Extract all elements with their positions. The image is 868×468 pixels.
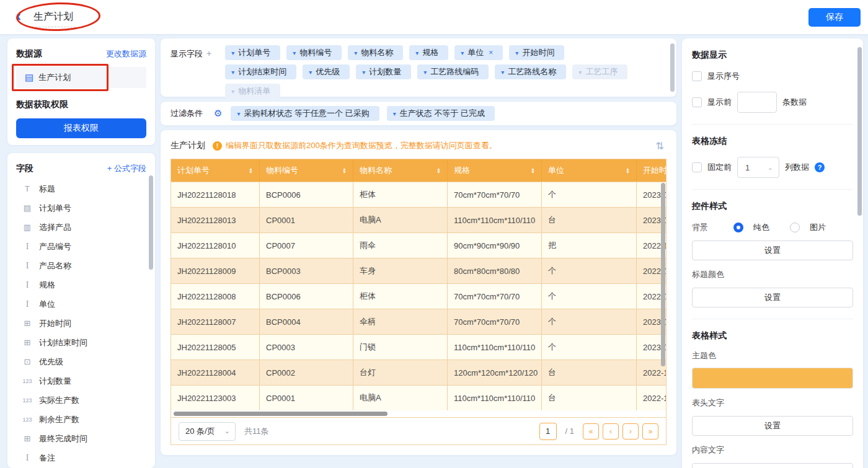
table-row[interactable]: JH20221128010CP0007雨伞90cm*90cm*90/90把202… [171, 232, 666, 258]
content-text-label: 内容文字 [692, 444, 853, 456]
add-display-field-icon[interactable]: + [206, 48, 211, 58]
sort-icons[interactable]: ▲▼ [342, 167, 347, 174]
display-field-tag[interactable]: ▾规格 [409, 45, 448, 60]
sort-icons[interactable]: ▲▼ [249, 167, 253, 174]
table-row[interactable]: JH20221128008BCP0006柜体70cm*70cm*70/70个20… [171, 283, 666, 309]
sort-icons[interactable]: ▲▼ [626, 167, 630, 174]
theme-color-swatch[interactable] [692, 368, 853, 389]
display-field-tag[interactable]: ▾工艺工序 [572, 64, 627, 79]
fix-columns-select[interactable]: 1 ⌄ [737, 157, 779, 178]
table-row[interactable]: JH20221128013CP0001电脑A110cm*110cm*110/11… [171, 207, 666, 232]
table-row[interactable]: JH20221128009BCP0003车身80cm*80cm*80/80个20… [171, 258, 666, 283]
display-field-tag[interactable]: ▾优先级 [303, 64, 350, 79]
report-permission-button[interactable]: 报表权限 [16, 118, 146, 138]
show-first-checkbox[interactable] [692, 97, 702, 107]
add-formula-field-link[interactable]: + 公式字段 [107, 163, 146, 174]
field-item[interactable]: 123剩余生产数 [16, 410, 146, 429]
last-page-button[interactable]: » [642, 423, 658, 439]
column-header[interactable]: 计划单号▲▼ [171, 159, 260, 182]
field-item[interactable]: ⊡优先级 [16, 352, 146, 371]
field-item[interactable]: I产品名称 [16, 256, 146, 275]
table-row[interactable]: JH20221123003CP0001电脑A110cm*110cm*110/11… [171, 385, 666, 410]
header-text-set-button[interactable]: 设置 [692, 416, 853, 436]
field-item[interactable]: I备注 [16, 448, 146, 467]
page-number-input[interactable]: 1 [539, 423, 557, 440]
close-icon[interactable]: × [489, 48, 493, 57]
datasource-item[interactable]: ▤ 生产计划 [16, 67, 146, 88]
sort-toggle-icon[interactable]: ⇅ [653, 140, 666, 152]
table-row[interactable]: JH20221128005CP0003门锁110cm*110cm*110/110… [171, 334, 666, 360]
tag-label: 计划单号 [238, 47, 270, 58]
show-index-checkbox[interactable] [692, 71, 702, 81]
display-field-tag[interactable]: ▾计划结束时间 [225, 64, 296, 79]
field-item[interactable]: ⊞计划结束时间 [16, 333, 146, 352]
table-row[interactable]: JH20221128018BCP0006柜体70cm*70cm*70/70个20… [171, 182, 666, 207]
caret-down-icon: ▾ [237, 110, 240, 117]
first-page-button[interactable]: « [583, 423, 599, 439]
back-icon[interactable]: ‹ [16, 9, 21, 24]
table-cell: JH20221128009 [171, 258, 260, 283]
image-radio[interactable] [790, 223, 800, 232]
pagination-buttons: «‹›» [583, 423, 658, 439]
column-header[interactable]: 物料编号▲▼ [260, 159, 353, 182]
display-field-tag[interactable]: ▾工艺路线名称 [495, 64, 566, 79]
gear-icon[interactable]: ⚙ [214, 108, 222, 119]
column-header[interactable]: 开始时间▲▼ [637, 159, 666, 182]
field-item[interactable]: ▥选择产品 [16, 218, 146, 237]
table-cell: 个 [542, 283, 637, 309]
field-item[interactable]: I产品编号 [16, 237, 146, 256]
table-vertical-scrollbar[interactable] [661, 183, 665, 366]
filter-condition-tag[interactable]: ▾生产状态 不等于 已完成 [387, 106, 495, 121]
solid-color-radio[interactable] [733, 223, 743, 232]
table-scroll-area: 计划单号▲▼物料编号▲▼物料名称▲▼规格▲▼单位▲▼开始时间▲▼ JH20221… [171, 159, 666, 410]
field-item[interactable]: I规格 [16, 275, 146, 294]
sort-icons[interactable]: ▲▼ [436, 167, 441, 174]
display-field-tag[interactable]: ▾物料清单 [225, 84, 280, 99]
field-item[interactable]: I单位 [16, 294, 146, 314]
display-field-tag[interactable]: ▾开始时间 [509, 45, 564, 60]
page-size-select[interactable]: 20 条/页 ⌄ [179, 422, 236, 441]
display-field-tag[interactable]: ▾计划单号 [225, 45, 280, 60]
display-field-tag[interactable]: ▾计划数量 [356, 64, 411, 79]
filter-condition-tag[interactable]: ▾采购耗材状态 等于任意一个 已采购 [231, 106, 379, 121]
table-row[interactable]: JH20221128004CP0002台灯120cm*120cm*120/120… [171, 360, 666, 385]
table-notice-text: 编辑界面只取数据源前200条作为查询数据预览，完整数据请访问页面查看。 [226, 140, 497, 151]
field-item-label: 规格 [39, 280, 55, 291]
content-text-set-button[interactable]: 设置 [692, 463, 853, 468]
left-sidebar: 数据源 更改数据源 ▤ 生产计划 数据获取权限 报表权限 字段 + 公式字段 T… [7, 38, 155, 468]
settings-scrollbar[interactable] [857, 47, 862, 216]
prev-page-button[interactable]: ‹ [603, 423, 619, 439]
background-set-button[interactable]: 设置 [692, 241, 853, 260]
field-item[interactable]: ⊞开始时间 [16, 314, 146, 333]
field-item[interactable]: ▤计划单号 [16, 198, 146, 218]
center-column: 显示字段+ ▾计划单号▾物料编号▾物料名称▾规格▾单位×▾开始时间▾计划结束时间… [161, 38, 676, 468]
display-field-tag[interactable]: ▾物料编号 [286, 45, 342, 60]
show-first-count-input[interactable] [737, 92, 777, 113]
display-fields-scrollbar[interactable] [670, 43, 675, 92]
fields-panel: 字段 + 公式字段 T标题▤计划单号▥选择产品I产品编号I产品名称I规格I单位⊞… [7, 153, 155, 468]
field-item[interactable]: T标题 [16, 179, 146, 198]
column-header[interactable]: 单位▲▼ [542, 159, 637, 182]
sort-icons[interactable]: ▲▼ [531, 167, 535, 174]
display-field-tag[interactable]: ▾物料名称 [348, 45, 403, 60]
display-field-tag[interactable]: ▾工艺路线编码 [417, 64, 489, 79]
field-item[interactable]: 123计划数量 [16, 371, 146, 391]
change-datasource-link[interactable]: 更改数据源 [106, 48, 146, 60]
table-row[interactable]: JH20221128007BCP0004伞柄70cm*70cm*70/70个20… [171, 309, 666, 334]
table-panel: 生产计划 ! 编辑界面只取数据源前200条作为查询数据预览，完整数据请访问页面查… [161, 130, 676, 455]
title-color-set-button[interactable]: 设置 [692, 288, 853, 307]
field-item-label: 计划结束时间 [39, 337, 87, 348]
right-sidebar: 数据显示 显示序号 显示前 条数据 表格冻结 固定前 1 ⌄ 列数据 [682, 38, 863, 468]
fields-scrollbar[interactable] [149, 175, 153, 270]
save-button[interactable]: 保存 [808, 8, 861, 27]
table-cell: 个 [542, 182, 637, 207]
next-page-button[interactable]: › [622, 423, 639, 439]
column-header[interactable]: 规格▲▼ [448, 159, 542, 182]
fix-columns-checkbox[interactable] [692, 162, 702, 172]
field-item[interactable]: 123实际生产数 [16, 391, 146, 410]
table-horizontal-scrollbar[interactable] [174, 412, 388, 416]
help-icon[interactable]: ? [815, 162, 825, 172]
field-item[interactable]: ⊞最终完成时间 [16, 429, 146, 448]
column-header[interactable]: 物料名称▲▼ [353, 159, 448, 182]
display-field-tag[interactable]: ▾单位× [454, 45, 503, 60]
